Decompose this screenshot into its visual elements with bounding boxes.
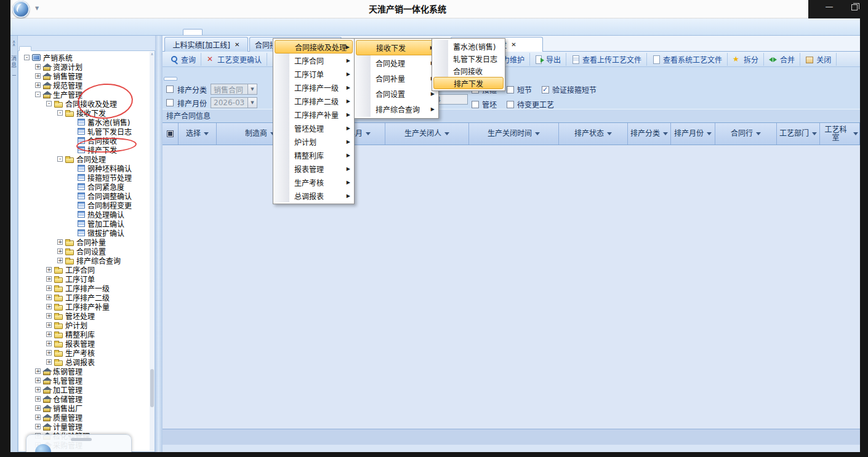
- menu-item[interactable]: 合同补量 ▶: [356, 71, 437, 86]
- menu-item[interactable]: 精整利库 ▶: [275, 148, 353, 162]
- tree-toggle-icon[interactable]: +: [35, 73, 41, 79]
- tree-toggle-icon[interactable]: +: [46, 295, 52, 300]
- tree-toggle-icon[interactable]: -: [35, 92, 41, 97]
- schedule-class-select[interactable]: 销售合同 ▼: [211, 84, 257, 95]
- tree-toggle-icon[interactable]: -: [57, 110, 63, 116]
- grid-column-header[interactable]: 合同行: [715, 123, 777, 145]
- tree-toggle-icon[interactable]: +: [35, 396, 41, 402]
- menu-item[interactable]: 轧管下发日志: [433, 52, 504, 65]
- tree-toggle-icon[interactable]: +: [46, 313, 52, 319]
- select-all-checkbox[interactable]: [167, 130, 174, 137]
- toolbar-button[interactable]: 关闭: [800, 53, 837, 66]
- checkbox-option[interactable]: 管坯: [472, 99, 497, 109]
- tree-item[interactable]: + 工序订单: [18, 274, 155, 284]
- tree-item[interactable]: 管加工确认: [18, 219, 155, 228]
- restore-button[interactable]: [851, 4, 858, 10]
- menubar-item[interactable]: [203, 30, 221, 35]
- menu-item[interactable]: 合同处理 ▶: [356, 55, 437, 71]
- tree-item[interactable]: + 销售管理: [18, 71, 155, 81]
- menu-item[interactable]: 生产考核 ▶: [275, 175, 353, 189]
- tree-toggle-icon[interactable]: -: [24, 55, 30, 60]
- tree-toggle-icon[interactable]: +: [46, 304, 52, 309]
- tree-toggle-icon[interactable]: +: [46, 276, 52, 282]
- toolbar-button[interactable]: 查看上传工艺文件: [566, 53, 647, 66]
- checkbox-option[interactable]: 验证接箍短节: [542, 84, 597, 95]
- tree-item[interactable]: + 炼钢管理: [18, 367, 155, 376]
- tree-item[interactable]: 合同接收: [18, 136, 155, 145]
- filter-icon[interactable]: [444, 132, 449, 135]
- floating-widget[interactable]: [26, 434, 132, 453]
- tree-toggle-icon[interactable]: +: [46, 332, 52, 337]
- tree-item[interactable]: + 质量管理: [18, 413, 155, 422]
- menu-item[interactable]: 接收下发 ▶: [356, 40, 437, 55]
- grid-column-header[interactable]: 排产状态: [559, 123, 628, 145]
- tree-item[interactable]: + 工序排产一级: [18, 284, 155, 293]
- sidebar-collapse-strip[interactable]: ∧∧ 消息: [10, 36, 18, 452]
- tree-toggle-icon[interactable]: +: [35, 368, 41, 374]
- chevron-down-icon[interactable]: ▼: [247, 98, 257, 108]
- filter-icon[interactable]: [204, 132, 209, 135]
- menubar-item[interactable]: [258, 30, 276, 35]
- scroll-up-icon[interactable]: ∧: [150, 52, 155, 56]
- tree-item[interactable]: + 合同设置: [18, 247, 155, 256]
- tree-item[interactable]: - 合同处理: [18, 154, 155, 164]
- sidebar-tab[interactable]: [19, 46, 31, 51]
- grid-column-header[interactable]: 选择: [179, 123, 217, 145]
- menu-item[interactable]: 炉计划 ▶: [275, 135, 353, 148]
- checkbox-option[interactable]: 待变更工艺: [507, 99, 554, 109]
- minimize-button[interactable]: —: [824, 2, 834, 12]
- toolbar-button[interactable]: 查看系统工艺文件: [647, 53, 728, 66]
- menu-item[interactable]: 工序订单 ▶: [275, 67, 353, 81]
- tree-item[interactable]: + 工序排产二级: [18, 293, 155, 302]
- tree-item[interactable]: + 工序排产补量: [18, 302, 155, 311]
- grid-column-header[interactable]: 排产月份: [671, 123, 715, 145]
- menubar-item[interactable]: [127, 30, 146, 35]
- tree-item[interactable]: + 轧管管理: [18, 376, 155, 385]
- checkbox[interactable]: [166, 85, 174, 93]
- sidebar-tab[interactable]: [42, 47, 54, 50]
- tree-item[interactable]: + 销售出厂: [18, 403, 155, 413]
- tree-item[interactable]: + 加工管理: [18, 385, 155, 394]
- tree-item[interactable]: 合同调整确认: [18, 191, 155, 201]
- checkbox[interactable]: [542, 86, 549, 93]
- tree-item[interactable]: - 产销系统: [18, 53, 155, 62]
- tree-toggle-icon[interactable]: +: [46, 359, 52, 365]
- tree-item[interactable]: 合同制程变更: [18, 201, 155, 210]
- tree-toggle-icon[interactable]: +: [46, 285, 52, 291]
- collapse-chevrons-icon[interactable]: ∧∧: [12, 41, 15, 47]
- tree-item[interactable]: 蓄水池(销售): [18, 117, 155, 127]
- toolbar-button[interactable]: 查询: [165, 53, 201, 66]
- filter-icon[interactable]: [366, 132, 371, 135]
- tree-item[interactable]: 排产下发: [18, 145, 155, 154]
- tree-toggle-icon[interactable]: +: [35, 378, 41, 383]
- menubar-item[interactable]: [239, 30, 258, 35]
- menubar-item[interactable]: [276, 30, 295, 35]
- toolbar-button[interactable]: 导出: [530, 53, 566, 66]
- filter-icon[interactable]: [663, 132, 668, 135]
- tree-item[interactable]: 合同紧急度: [18, 182, 155, 191]
- tree-item[interactable]: + 仓储管理: [18, 394, 155, 403]
- filter-icon[interactable]: [853, 132, 858, 135]
- filter-icon[interactable]: [756, 132, 761, 135]
- close-icon[interactable]: ✕: [235, 41, 239, 48]
- grid-column-header[interactable]: 工艺部门: [777, 123, 820, 145]
- tree-item[interactable]: + 计量管理: [18, 422, 155, 431]
- filter-icon[interactable]: [535, 132, 540, 135]
- menu-item[interactable]: 工序排产补量 ▶: [275, 108, 353, 121]
- tree-item[interactable]: + 生产考核: [18, 348, 155, 357]
- menu-item[interactable]: 合同接收及处理 ▶: [275, 40, 353, 54]
- menubar-item[interactable]: [313, 30, 332, 35]
- grid-column-header[interactable]: 生产关闭时间: [469, 123, 559, 145]
- tree-toggle-icon[interactable]: -: [46, 101, 52, 106]
- filter-icon[interactable]: [812, 132, 817, 135]
- tree-item[interactable]: 热处理确认: [18, 210, 155, 219]
- tree-toggle-icon[interactable]: +: [35, 64, 41, 70]
- tree-toggle-icon[interactable]: +: [35, 405, 41, 411]
- menubar-item[interactable]: [332, 30, 350, 35]
- filter-icon[interactable]: [707, 132, 712, 135]
- tree-toggle-icon[interactable]: -: [57, 156, 63, 162]
- close-icon[interactable]: ✕: [511, 41, 516, 48]
- menu-item[interactable]: 工序排产二级 ▶: [275, 94, 353, 108]
- checkbox[interactable]: [507, 86, 514, 93]
- tree-toggle-icon[interactable]: +: [35, 82, 41, 88]
